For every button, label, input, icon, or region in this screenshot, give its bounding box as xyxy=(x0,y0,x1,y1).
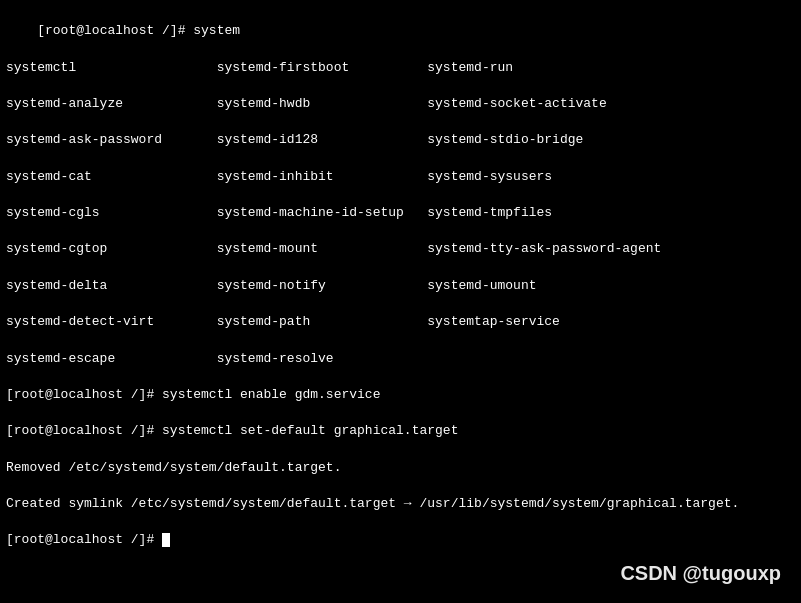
cursor-blink xyxy=(162,533,170,547)
watermark: CSDN @tugouxp xyxy=(620,562,781,585)
line-2: systemctl systemd-firstboot systemd-run xyxy=(6,60,513,75)
terminal-output: [root@localhost /]# system systemctl sys… xyxy=(6,4,795,568)
line-3: systemd-analyze systemd-hwdb systemd-soc… xyxy=(6,96,607,111)
line-14: Created symlink /etc/systemd/system/defa… xyxy=(6,496,739,511)
terminal-window[interactable]: [root@localhost /]# system systemctl sys… xyxy=(0,0,801,603)
line-6: systemd-cgls systemd-machine-id-setup sy… xyxy=(6,205,552,220)
prompt-line: [root@localhost /]# xyxy=(6,532,162,547)
line-4: systemd-ask-password systemd-id128 syste… xyxy=(6,132,583,147)
line-10: systemd-escape systemd-resolve xyxy=(6,351,334,366)
line-5: systemd-cat systemd-inhibit systemd-sysu… xyxy=(6,169,552,184)
line-12: [root@localhost /]# systemctl set-defaul… xyxy=(6,423,458,438)
line-11: [root@localhost /]# systemctl enable gdm… xyxy=(6,387,380,402)
line-1: [root@localhost /]# system xyxy=(37,23,240,38)
line-9: systemd-detect-virt systemd-path systemt… xyxy=(6,314,560,329)
line-8: systemd-delta systemd-notify systemd-umo… xyxy=(6,278,537,293)
line-13: Removed /etc/systemd/system/default.targ… xyxy=(6,460,341,475)
line-7: systemd-cgtop systemd-mount systemd-tty-… xyxy=(6,241,661,256)
